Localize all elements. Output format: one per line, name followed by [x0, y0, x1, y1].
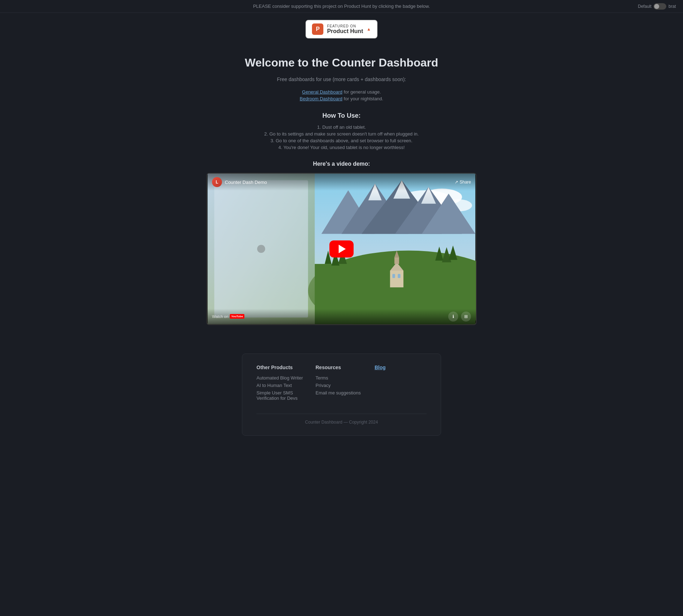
- other-products-title: Other Products: [256, 365, 308, 370]
- blog-title-link[interactable]: Blog: [375, 365, 427, 370]
- footer-link-terms[interactable]: Terms: [316, 375, 367, 381]
- theme-toggle[interactable]: Default brat: [638, 3, 676, 10]
- theme-toggle-switch[interactable]: [653, 3, 666, 10]
- video-player[interactable]: L Counter Dash Demo ↗ Share Watch on You…: [206, 173, 477, 325]
- ph-text: FEATURED ON Product Hunt: [327, 24, 363, 34]
- footer-link-privacy[interactable]: Privacy: [316, 383, 367, 388]
- watch-on-text: Watch on: [212, 314, 228, 319]
- bedroom-dashboard-line: Bedroom Dashboard for your nightstand.: [206, 96, 477, 101]
- general-dashboard-line: General Dashboard for general usage.: [206, 89, 477, 95]
- footer-link-sms[interactable]: Simple User SMS Verification for Devs: [256, 390, 308, 401]
- dashboard-links: General Dashboard for general usage. Bed…: [206, 89, 477, 101]
- top-banner: PLEASE consider supporting this project …: [0, 0, 683, 13]
- general-dashboard-suffix: for general usage.: [344, 89, 381, 95]
- bedroom-dashboard-link[interactable]: Bedroom Dashboard: [300, 96, 343, 101]
- ph-badge-link[interactable]: P FEATURED ON Product Hunt ▲: [306, 20, 377, 38]
- video-bottom-bar: Watch on YouTube ℹ ⊞: [207, 309, 476, 324]
- footer-link-ai-human[interactable]: AI to Human Text: [256, 383, 308, 388]
- step-4: 4. You're done! Your old, unused tablet …: [206, 145, 477, 150]
- footer-link-email[interactable]: Email me suggestions: [316, 390, 367, 395]
- hero-subtitle: Free dashboards for use (more cards + da…: [206, 76, 477, 82]
- video-info-button[interactable]: ℹ: [448, 312, 458, 322]
- watch-on-label[interactable]: Watch on YouTube: [212, 314, 244, 319]
- general-dashboard-link[interactable]: General Dashboard: [302, 89, 342, 95]
- main-content: Welcome to the Counter Dashboard Free da…: [199, 42, 484, 339]
- steps-list: 1. Dust off an old tablet. 2. Go to its …: [206, 124, 477, 150]
- play-button[interactable]: [329, 240, 354, 257]
- theme-brat-label: brat: [668, 4, 676, 9]
- yt-logo: YouTube: [230, 314, 244, 319]
- footer-link-blog-writer[interactable]: Automated Blog Writer: [256, 375, 308, 381]
- ph-up-arrow: ▲: [367, 27, 371, 32]
- footer-col-products: Other Products Automated Blog Writer AI …: [256, 365, 308, 403]
- ph-badge-container: P FEATURED ON Product Hunt ▲: [0, 13, 683, 42]
- bedroom-dashboard-suffix: for your nightstand.: [344, 96, 383, 101]
- how-to-title: How To Use:: [206, 112, 477, 120]
- ph-featured-label: FEATURED ON: [327, 24, 363, 28]
- footer-copyright: Counter Dashboard — Copyright 2024: [256, 414, 427, 425]
- step-3: 3. Go to one of the dashboards above, an…: [206, 138, 477, 143]
- video-controls-right: ℹ ⊞: [448, 312, 471, 322]
- footer-grid: Other Products Automated Blog Writer AI …: [256, 365, 427, 403]
- resources-title: Resources: [316, 365, 367, 370]
- ph-arrows: ▲: [367, 27, 371, 32]
- page-title: Welcome to the Counter Dashboard: [206, 56, 477, 69]
- theme-default-label: Default: [638, 4, 651, 9]
- footer-card: Other Products Automated Blog Writer AI …: [242, 354, 441, 436]
- ph-icon-letter: P: [316, 26, 320, 32]
- footer-col-blog: Blog: [375, 365, 427, 403]
- footer-col-resources: Resources Terms Privacy Email me suggest…: [316, 365, 367, 403]
- ph-product-name: Product Hunt: [327, 28, 363, 34]
- video-overlay: [207, 174, 476, 324]
- step-2: 2. Go to its settings and make sure scre…: [206, 131, 477, 137]
- video-queue-button[interactable]: ⊞: [461, 312, 471, 322]
- video-section-title: Here's a video demo:: [206, 161, 477, 167]
- step-1: 1. Dust off an old tablet.: [206, 124, 477, 130]
- banner-text: PLEASE consider supporting this project …: [253, 4, 430, 9]
- ph-icon: P: [312, 23, 323, 35]
